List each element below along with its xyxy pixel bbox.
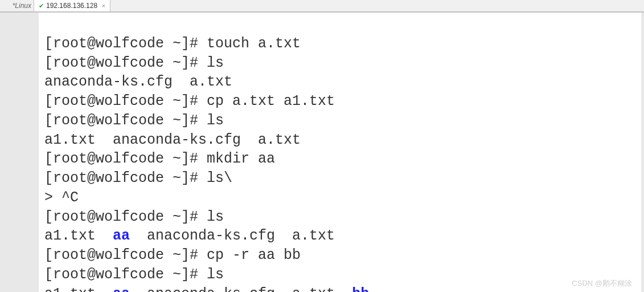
check-icon: ✔	[39, 2, 44, 10]
dir-bb: bb	[352, 286, 369, 293]
cmd-ls: ls	[207, 266, 224, 283]
output-line: anaconda-ks.cfg a.txt	[44, 74, 232, 90]
prompt: [root@wolfcode ~]#	[44, 151, 207, 167]
dir-aa: aa	[113, 228, 130, 244]
watermark: CSDN @鹅不糊涂	[572, 278, 632, 289]
cmd-ls: ls	[207, 55, 224, 71]
prompt: [root@wolfcode ~]#	[44, 55, 207, 71]
terminal[interactable]: [root@wolfcode ~]# touch a.txt [root@wol…	[39, 13, 641, 292]
tab-active[interactable]: ✔ 192.168.136.128 ×	[34, 0, 110, 11]
output-seg: a1.txt	[44, 286, 113, 293]
tab-unlabeled-label: *Linux	[13, 2, 31, 10]
continuation: > ^C	[44, 189, 79, 206]
cmd-touch: touch a.txt	[207, 35, 301, 52]
cmd-ls: ls	[207, 209, 224, 225]
output-seg: anaconda-ks.cfg a.txt	[130, 286, 352, 293]
output-seg: a1.txt	[44, 228, 113, 244]
tab-unlabeled[interactable]: *Linux	[0, 0, 34, 11]
prompt: [root@wolfcode ~]#	[44, 112, 207, 129]
prompt: [root@wolfcode ~]#	[44, 209, 207, 225]
cmd-cp1: cp a.txt a1.txt	[207, 93, 335, 110]
cmd-cp2: cp -r aa bb	[207, 247, 301, 263]
prompt: [root@wolfcode ~]#	[44, 93, 207, 110]
output-line: a1.txt anaconda-ks.cfg a.txt	[44, 132, 301, 148]
prompt: [root@wolfcode ~]#	[44, 247, 207, 263]
close-icon[interactable]: ×	[102, 3, 105, 9]
prompt: [root@wolfcode ~]#	[44, 266, 207, 283]
prompt: [root@wolfcode ~]#	[44, 170, 207, 186]
cmd-lsbs: ls\	[207, 170, 232, 186]
output-seg: anaconda-ks.cfg a.txt	[130, 228, 335, 244]
cmd-mkdir: mkdir aa	[207, 151, 275, 167]
dir-aa: aa	[113, 286, 130, 293]
cmd-ls: ls	[207, 112, 224, 129]
tab-bar: *Linux ✔ 192.168.136.128 ×	[0, 0, 644, 13]
prompt: [root@wolfcode ~]#	[44, 35, 207, 52]
tab-active-label: 192.168.136.128	[46, 2, 97, 10]
